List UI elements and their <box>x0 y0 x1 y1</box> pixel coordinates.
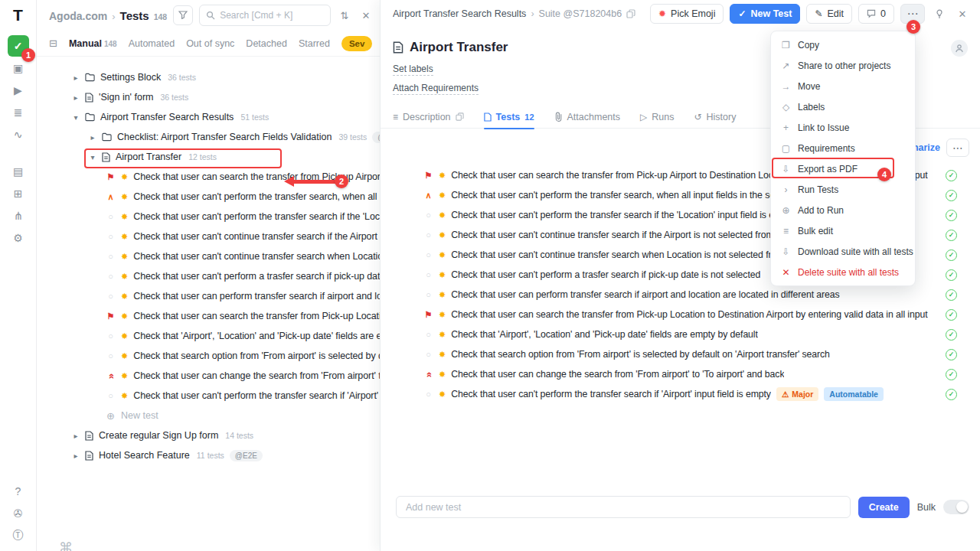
help-icon[interactable]: ? <box>8 481 29 502</box>
tree-test-item[interactable]: ⚑ ✸ Check that user can search the trans… <box>37 306 380 326</box>
tree-test-item[interactable]: ○ ✸ Check that user can't continue trans… <box>37 246 380 266</box>
tree-node-sign-in-form[interactable]: ▸ 'Sign in' form 36 tests <box>37 87 380 107</box>
tree-panel-header: Agoda.com › Tests 148 ⇅ ✕ <box>37 0 380 31</box>
tree-test-item[interactable]: » ✸ Check that user can change the searc… <box>37 366 380 386</box>
reports-icon[interactable]: ▤ <box>8 161 29 182</box>
edit-button[interactable]: ✎Edit <box>806 4 852 24</box>
tree-test-item[interactable]: ○ ✸ Check that user can't continue trans… <box>37 227 380 246</box>
tests-more-actions-button[interactable]: ⋯ <box>946 139 969 157</box>
breadcrumb-parent[interactable]: Airport Transfer Search Results <box>393 8 526 19</box>
menu-copy[interactable]: ❐ Copy <box>771 34 915 55</box>
test-emoji-icon: ✸ <box>121 331 128 341</box>
sort-button[interactable]: ⇅ <box>337 5 352 25</box>
filter-tab-out-of-sync[interactable]: Out of sync <box>186 38 234 49</box>
test-row[interactable]: ○ ✸ Check that user can perform transfer… <box>381 285 980 305</box>
set-labels-link[interactable]: Set labels <box>393 64 433 76</box>
tree-node-sign-up-form[interactable]: ▸ Create regular Sign Up form 14 tests <box>37 425 380 445</box>
filter-tab-detached[interactable]: Detached <box>246 38 287 49</box>
chevron-right-icon[interactable]: ▸ <box>72 432 80 440</box>
test-row[interactable]: ⚑ ✸ Check that user can search the trans… <box>381 305 980 324</box>
app-logo[interactable]: T <box>13 6 23 24</box>
tree-test-item[interactable]: ○ ✸ Check that user can't perform a tras… <box>37 266 380 286</box>
priority-icon: ○ <box>106 331 116 341</box>
plans-icon[interactable]: ≣ <box>8 102 29 123</box>
filter-tab-automated[interactable]: Automated <box>129 38 175 49</box>
filter-button[interactable] <box>173 5 193 25</box>
new-test-button-header[interactable]: ✓New Test <box>730 4 800 24</box>
test-emoji-icon: ✸ <box>439 330 446 340</box>
runs-icon[interactable]: ▶ <box>8 80 29 101</box>
test-row[interactable]: ○ ✸ Check that search option from 'From … <box>381 344 980 364</box>
tree-test-item[interactable]: ○ ✸ Check that 'Airport', 'Location' and… <box>37 326 380 346</box>
priority-icon: ⚑ <box>423 171 433 181</box>
search-input[interactable] <box>220 10 324 21</box>
menu-delete-suite[interactable]: ✕ Delete suite with all tests <box>771 262 915 282</box>
settings-icon[interactable]: ⚙ <box>8 227 29 249</box>
filter-tab-starred[interactable]: Starred <box>299 38 330 49</box>
chevron-right-icon[interactable]: ▸ <box>72 93 80 102</box>
attach-requirements-link[interactable]: Attach Requirements <box>393 83 479 95</box>
test-row[interactable]: ○ ✸ Check that user can't perform the tr… <box>381 384 980 404</box>
add-new-test-input[interactable] <box>396 496 851 518</box>
tree-node-checklist[interactable]: ▸ Checklist: Airport Transfer Search Fie… <box>37 127 380 147</box>
tree-node-settings-block[interactable]: ▸ Settings Block 36 tests <box>37 67 380 87</box>
breadcrumb-separator: › <box>112 11 115 22</box>
tree-test-item[interactable]: ○ ✸ Check that user can perform transfer… <box>37 286 380 306</box>
tree-node-airport-transfer[interactable]: ▾ Airport Transfer 12 tests <box>37 147 380 167</box>
menu-download-suite[interactable]: ⇩ Download suite with all tests <box>771 241 915 262</box>
project-name[interactable]: Agoda.com <box>49 10 107 22</box>
close-panel-button[interactable]: ✕ <box>954 5 971 23</box>
chevron-right-icon[interactable]: ▸ <box>72 73 80 82</box>
priority-icon: ○ <box>423 210 433 220</box>
chevron-down-icon[interactable]: ▾ <box>89 153 96 161</box>
avatar[interactable] <box>951 40 968 57</box>
menu-link-to-issue[interactable]: + Link to Issue <box>771 117 915 138</box>
test-title: Check that user can't perform the transf… <box>451 389 771 399</box>
board-icon[interactable]: ⊟ <box>49 37 57 49</box>
comments-button[interactable]: 0 <box>858 4 894 24</box>
dashboard-icon[interactable]: ⊞ <box>8 183 29 204</box>
copy-icon[interactable] <box>456 112 464 121</box>
chevron-right-icon[interactable]: ▸ <box>89 133 96 142</box>
tree-test-item[interactable]: ○ ✸ Check that user can't perform the tr… <box>37 386 380 406</box>
branches-icon[interactable]: ⋔ <box>8 205 29 227</box>
tree-test-item[interactable]: ○ ✸ Check that user can't perform the tr… <box>37 207 380 227</box>
tab-tests[interactable]: Tests 12 <box>484 106 534 129</box>
tree-test-item[interactable]: ○ ✸ Check that search option from 'From … <box>37 346 380 366</box>
file-icon <box>85 451 93 461</box>
menu-share[interactable]: ↗ Share to other projects <box>771 55 915 76</box>
menu-export-pdf[interactable]: ⇩ Export as PDF <box>771 158 915 179</box>
new-test-button[interactable]: ⊕ New test <box>37 406 380 425</box>
test-row[interactable]: ○ ✸ Check that 'Airport', 'Location' and… <box>381 324 980 344</box>
tab-attachments[interactable]: Attachments <box>554 106 620 129</box>
collapse-panel-button[interactable]: ✕ <box>358 5 374 25</box>
chevron-down-icon[interactable]: ▾ <box>72 113 80 122</box>
pick-emoji-button[interactable]: ✹Pick Emoji <box>650 4 724 24</box>
filter-tab-manual[interactable]: Manual148 <box>69 38 117 49</box>
pin-button[interactable] <box>931 5 948 23</box>
product-logo-icon[interactable]: Ⓣ <box>8 525 29 546</box>
chevron-right-icon[interactable]: ▸ <box>72 452 80 460</box>
tree-node-airport-transfer-search-results[interactable]: ▾ Airport Transfer Search Results 51 tes… <box>37 107 380 127</box>
menu-item-icon: ✕ <box>781 267 791 278</box>
copy-icon[interactable] <box>626 9 635 18</box>
tab-runs[interactable]: ▷ Runs <box>640 106 674 129</box>
filter-tab-severity[interactable]: Sev <box>341 36 372 51</box>
menu-requirements[interactable]: ▢ Requirements <box>771 138 915 158</box>
tree-node-hotel-search[interactable]: ▸ Hotel Search Feature 11 tests @E2E <box>37 445 380 465</box>
menu-labels[interactable]: ◇ Labels <box>771 96 915 117</box>
create-button[interactable]: Create <box>858 497 910 518</box>
bulk-toggle[interactable] <box>943 500 969 514</box>
tab-description[interactable]: ≡ Description <box>393 106 464 129</box>
menu-move[interactable]: → Move <box>771 76 915 96</box>
menu-run-tests[interactable]: › Run Tests <box>771 179 915 200</box>
tree-test-item[interactable]: ⚑ ✸ Check that user can search the trans… <box>37 167 380 187</box>
tab-history[interactable]: ↺ History <box>694 106 736 129</box>
analytics-icon[interactable]: ∿ <box>8 124 29 145</box>
menu-add-to-run[interactable]: ⊕ Add to Run <box>771 200 915 220</box>
menu-bulk-edit[interactable]: ≡ Bulk edit <box>771 220 915 241</box>
test-row[interactable]: » ✸ Check that user can change the searc… <box>381 364 980 384</box>
plus-circle-icon: ⊕ <box>106 410 116 422</box>
tree-test-item[interactable]: ∧ ✸ Check that user can't perform the tr… <box>37 187 380 207</box>
video-icon[interactable]: ✇ <box>8 503 29 524</box>
